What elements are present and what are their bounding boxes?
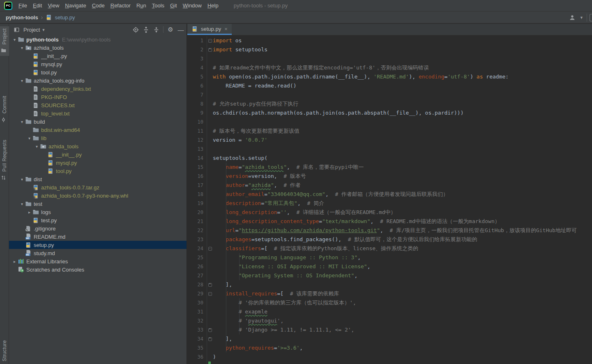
tree-item-azhida-tools-egg-info[interactable]: ▾azhida_tools.egg-info bbox=[9, 76, 187, 85]
stripe-button-pull-requests[interactable]: Pull Requests bbox=[0, 138, 9, 183]
tree-item-top-level-txt[interactable]: top_level.txt bbox=[9, 109, 187, 117]
code-text[interactable]: import setuptools bbox=[213, 45, 267, 54]
code-line[interactable]: 5with open(os.path.join(os.path.dirname(… bbox=[187, 72, 592, 81]
code-text[interactable]: ], bbox=[213, 334, 232, 343]
code-text[interactable]: with open(os.path.join(os.path.dirname(_… bbox=[213, 72, 509, 81]
locate-icon[interactable] bbox=[132, 26, 139, 33]
code-text[interactable]: setuptools.setup( bbox=[213, 154, 267, 163]
tree-item-azhida-tools[interactable]: ▾azhida_tools bbox=[9, 142, 187, 150]
code-text[interactable]: # 允许setup.py在任何路径下执行 bbox=[213, 99, 298, 108]
tree-item--init-py[interactable]: __init__.py bbox=[9, 150, 187, 159]
chevron-down-icon[interactable]: ▾ bbox=[19, 177, 25, 182]
code-line[interactable]: 19 description="常用工具包", # 简介 bbox=[187, 199, 592, 208]
code-line[interactable]: 28^ ], bbox=[187, 280, 592, 289]
code-line[interactable]: 31 # exapmle bbox=[187, 307, 592, 316]
menu-run[interactable]: Run bbox=[134, 0, 149, 12]
code-line[interactable]: 21 long_description_content_type="text/m… bbox=[187, 217, 592, 226]
code-text[interactable]: url="https://github.com/azhida/python-to… bbox=[213, 226, 577, 235]
code-line[interactable]: 4# 如果readme文件中有中文，那么这里要指定encoding='utf-8… bbox=[187, 63, 592, 72]
code-text[interactable]: author_email="334064034@qq.com", # 作者邮箱（… bbox=[213, 190, 448, 199]
code-text[interactable]: # 'Django >= 1.11, != 1.11.1, <= 2', bbox=[213, 325, 354, 334]
code-text[interactable]: long_description='', # 详细描述（一般会写在README.… bbox=[213, 208, 396, 217]
tree-item-azhida-tools[interactable]: ▾azhida_tools bbox=[9, 44, 187, 52]
code-line[interactable]: 37 bbox=[187, 362, 592, 364]
code-line[interactable]: 2^import setuptools bbox=[187, 45, 592, 54]
code-text[interactable]: ], bbox=[213, 280, 232, 289]
code-line[interactable]: 8# 允许setup.py在任何路径下执行 bbox=[187, 99, 592, 108]
tree-item-test-py[interactable]: test.py bbox=[9, 216, 187, 224]
code-line[interactable]: 35 python_requires='>=3.6', bbox=[187, 343, 592, 352]
fold-marker[interactable]: - bbox=[208, 39, 212, 43]
menu-code[interactable]: Code bbox=[89, 0, 108, 12]
tree-item-build[interactable]: ▾build bbox=[9, 117, 187, 126]
code-text[interactable]: version = '0.0.7' bbox=[213, 136, 267, 145]
tree-item-readme-md[interactable]: MDREADME.md bbox=[9, 233, 187, 241]
menu-navigate[interactable]: Navigate bbox=[62, 0, 89, 12]
tree-item-dist[interactable]: ▾dist bbox=[9, 175, 187, 183]
tree-item-sources-txt[interactable]: SOURCES.txt bbox=[9, 101, 187, 109]
tree-item-logs[interactable]: ▸logs bbox=[9, 208, 187, 216]
code-text[interactable]: "Operating System :: OS Independent", bbox=[213, 271, 357, 280]
project-panel-title[interactable]: Project bbox=[23, 27, 40, 33]
code-text[interactable]: README = readme.read() bbox=[213, 81, 297, 90]
code-line[interactable]: 17 author="azhida", # 作者 bbox=[187, 181, 592, 190]
tree-item-test[interactable]: ▾test bbox=[9, 200, 187, 208]
menu-refactor[interactable]: Refactor bbox=[108, 0, 134, 12]
menu-git[interactable]: Git bbox=[167, 0, 180, 12]
code-line[interactable]: 29- install_requires=[ # 该库需要的依赖库 bbox=[187, 289, 592, 298]
menu-tools[interactable]: Tools bbox=[149, 0, 167, 12]
tree-item-external-libraries[interactable]: ▸External Libraries bbox=[9, 257, 187, 265]
code-line[interactable]: 3 bbox=[187, 54, 592, 63]
tree-item--init-py[interactable]: __init__.py bbox=[9, 52, 187, 60]
code-line[interactable]: 12version = '0.0.7' bbox=[187, 136, 592, 145]
code-line[interactable]: 22 url="https://github.com/azhida/python… bbox=[187, 226, 592, 235]
chevron-down-icon[interactable]: ▾ bbox=[26, 136, 32, 141]
tree-item-setup-py[interactable]: setup.py bbox=[9, 241, 187, 249]
breadcrumb-file[interactable]: setup.py bbox=[55, 14, 75, 21]
menu-edit[interactable]: Edit bbox=[30, 0, 45, 12]
chevron-right-icon[interactable]: ▸ bbox=[26, 210, 32, 214]
chevron-down-icon[interactable]: ▾ bbox=[34, 144, 40, 149]
tree-item-pkg-info[interactable]: PKG-INFO bbox=[9, 93, 187, 101]
tree-item-azhida-tools-0-0-7-tar-gz[interactable]: ?azhida_tools-0.0.7.tar.gz bbox=[9, 183, 187, 191]
chevron-down-icon[interactable]: ▼ bbox=[41, 28, 45, 32]
code-text[interactable]: # '你的库依赖的第三方库（也可以指定版本）', bbox=[213, 298, 356, 307]
tree-item-python-tools[interactable]: ▾python-toolsE:\www\python-tools bbox=[9, 35, 187, 44]
chevron-down-icon[interactable]: ▼ bbox=[580, 16, 583, 20]
code-line[interactable]: 30 # '你的库依赖的第三方库（也可以指定版本）', bbox=[187, 298, 592, 307]
code-line[interactable]: 1-import os bbox=[187, 36, 592, 45]
tree-item-dependency-links-txt[interactable]: dependency_links.txt bbox=[9, 85, 187, 93]
code-text[interactable]: # 版本号，每次更新都需要更新该值 bbox=[213, 127, 299, 136]
code-line[interactable]: 34^ ], bbox=[187, 334, 592, 343]
tree-item-bdist-win-amd64[interactable]: bdist.win-amd64 bbox=[9, 126, 187, 134]
collapse-all-icon[interactable] bbox=[153, 26, 159, 33]
tree-item-mysql-py[interactable]: mysql.py bbox=[9, 159, 187, 167]
code-text[interactable]: classifiers=[ # 指定该库依赖的Python版本、license、… bbox=[213, 244, 418, 253]
code-text[interactable]: # 'pyautogui', bbox=[213, 316, 283, 325]
menu-help[interactable]: Help bbox=[205, 0, 221, 12]
code-text[interactable]: ) bbox=[213, 352, 216, 362]
fold-marker[interactable]: - bbox=[208, 247, 212, 251]
stripe-button-project[interactable]: Project bbox=[0, 26, 9, 56]
tree-item-scratches-and-consoles[interactable]: Scratches and Consoles bbox=[9, 265, 187, 274]
fold-marker[interactable]: ^ bbox=[208, 337, 212, 341]
code-text[interactable]: packages=setuptools.find_packages(), # 默… bbox=[213, 235, 477, 244]
code-line[interactable]: 18 author_email="334064034@qq.com", # 作者… bbox=[187, 190, 592, 199]
chevron-down-icon[interactable]: ▾ bbox=[19, 120, 25, 124]
code-text[interactable]: description="常用工具包", # 简介 bbox=[213, 199, 324, 208]
chevron-down-icon[interactable]: ▾ bbox=[19, 78, 25, 83]
code-line[interactable]: 20 long_description='', # 详细描述（一般会写在READ… bbox=[187, 208, 592, 217]
code-line[interactable]: 11# 版本号，每次更新都需要更新该值 bbox=[187, 127, 592, 136]
code-line[interactable]: 7 bbox=[187, 90, 592, 99]
menu-file[interactable]: File bbox=[16, 0, 30, 12]
code-line[interactable]: 26 "License :: OSI Approved :: MIT Licen… bbox=[187, 262, 592, 271]
breadcrumb-project[interactable]: python-tools bbox=[6, 14, 38, 21]
code-editor[interactable]: 1-import os2^import setuptools34# 如果read… bbox=[187, 35, 592, 364]
user-icon[interactable] bbox=[569, 14, 576, 21]
fold-marker[interactable]: ^ bbox=[208, 283, 212, 287]
code-text[interactable]: version=version, # 版本号 bbox=[213, 172, 306, 181]
expand-all-icon[interactable] bbox=[143, 26, 149, 33]
code-line[interactable]: 10 bbox=[187, 117, 592, 127]
code-line[interactable]: 9os.chdir(os.path.normpath(os.path.join(… bbox=[187, 108, 592, 117]
code-line[interactable]: 33^ # 'Django >= 1.11, != 1.11.1, <= 2', bbox=[187, 325, 592, 334]
